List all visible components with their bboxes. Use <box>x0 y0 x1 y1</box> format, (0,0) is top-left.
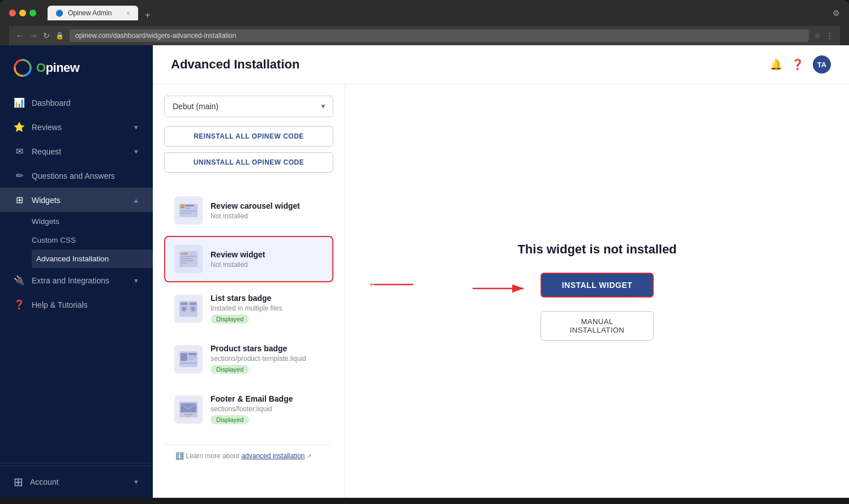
reviews-icon: ⭐ <box>14 122 25 132</box>
svg-point-25 <box>191 307 195 311</box>
close-traffic-light[interactable] <box>9 10 16 16</box>
widget-thumb-product-stars <box>174 345 203 373</box>
install-widget-btn[interactable]: INSTALL WIDGET <box>541 273 654 298</box>
widget-panel: Debut (main) Dawn Refresh ▼ REINSTALL AL… <box>153 84 345 498</box>
theme-selector[interactable]: Debut (main) Dawn Refresh ▼ <box>164 96 333 117</box>
sidebar-item-widgets-sub[interactable]: Widgets <box>32 212 153 231</box>
sidebar-item-reviews[interactable]: ⭐ Reviews ▼ <box>0 115 153 139</box>
widget-status-review-carousel: Not installed <box>211 212 323 220</box>
questions-icon: ✏ <box>14 170 25 181</box>
account-chevron-icon: ▼ <box>133 479 139 485</box>
sidebar-label-widgets: Widgets <box>32 196 126 205</box>
install-arrow <box>473 280 529 297</box>
widget-status-review-widget: Not installed <box>211 261 323 269</box>
user-avatar[interactable]: TA <box>813 55 831 74</box>
widget-info-footer-email: Footer & Email Badge sections/footer.liq… <box>211 394 323 424</box>
sidebar-divider <box>0 463 153 463</box>
not-installed-section: This widget is not installed <box>517 242 676 341</box>
back-button[interactable]: ← <box>16 31 24 40</box>
widget-name-review-carousel: Review carousel widget <box>211 201 323 210</box>
widget-status-product-stars: sections/product-template.liquid <box>211 355 323 363</box>
red-arrow-install <box>473 280 529 297</box>
svg-rect-3 <box>185 205 194 206</box>
widget-item-list-stars[interactable]: List stars badge Installed in multiple f… <box>164 285 333 333</box>
widget-item-review-carousel[interactable]: Review carousel widget Not installed <box>164 187 333 234</box>
sidebar-navigation: 📊 Dashboard ⭐ Reviews ▼ ✉ Request ▼ ✏ Qu… <box>0 86 153 460</box>
advanced-installation-link[interactable]: advanced installation <box>241 452 305 460</box>
svg-point-18 <box>185 253 186 255</box>
sidebar: Opinew 📊 Dashboard ⭐ Reviews ▼ ✉ Request… <box>0 45 153 498</box>
detail-panel: This widget is not installed <box>345 84 849 498</box>
sidebar-label-extra: Extra and Integrations <box>32 276 126 285</box>
widget-status-footer-email: sections/footer.liquid <box>211 405 323 413</box>
sidebar-item-request[interactable]: ✉ Request ▼ <box>0 139 153 163</box>
info-icon: ℹ️ <box>175 452 184 460</box>
sidebar-label-dashboard: Dashboard <box>32 98 139 107</box>
sidebar-item-questions[interactable]: ✏ Questions and Answers <box>0 163 153 188</box>
refresh-button[interactable]: ↻ <box>43 31 50 40</box>
sidebar-item-dashboard[interactable]: 📊 Dashboard <box>0 91 153 115</box>
svg-point-24 <box>182 307 186 311</box>
tab-label: Opinew Admin <box>68 9 112 17</box>
svg-rect-12 <box>181 256 196 257</box>
reviews-chevron-icon: ▼ <box>133 124 139 131</box>
widget-item-footer-email[interactable]: Footer & Email Badge sections/footer.liq… <box>164 385 333 433</box>
widget-item-product-stars[interactable]: Product stars badge sections/product-tem… <box>164 335 333 383</box>
svg-rect-13 <box>181 258 192 259</box>
not-installed-title: This widget is not installed <box>517 242 676 257</box>
widgets-chevron-icon: ▲ <box>133 197 139 204</box>
svg-rect-15 <box>181 262 187 264</box>
fullscreen-traffic-light[interactable] <box>29 10 36 16</box>
widget-thumb-footer-email <box>174 395 203 424</box>
svg-rect-14 <box>181 260 194 261</box>
logo-text: Opinew <box>36 61 79 75</box>
sidebar-label-help: Help & Tutorials <box>32 300 139 309</box>
request-icon: ✉ <box>14 146 25 157</box>
svg-point-8 <box>183 205 185 208</box>
reinstall-all-btn[interactable]: REINSTALL ALL OPINEW CODE <box>164 126 333 147</box>
sidebar-label-request: Request <box>32 147 126 156</box>
sidebar-item-help[interactable]: ❓ Help & Tutorials <box>0 292 153 317</box>
manual-installation-btn[interactable]: MANUAL INSTALLATION <box>541 311 654 341</box>
sidebar-label-account: Account <box>30 477 126 486</box>
footer-info: ℹ️ Learn more about advanced installatio… <box>164 445 333 467</box>
widget-item-review-widget[interactable]: Review widget Not installed <box>164 236 333 282</box>
svg-rect-5 <box>181 210 196 212</box>
tab-close-btn[interactable]: × <box>127 10 130 16</box>
widget-badge-list-stars: Displayed <box>211 315 249 324</box>
address-bar[interactable] <box>70 29 809 42</box>
request-chevron-icon: ▼ <box>133 148 139 155</box>
page-title: Advanced Installation <box>171 57 299 72</box>
svg-rect-34 <box>184 413 193 415</box>
widget-info-product-stars: Product stars badge sections/product-tem… <box>211 344 323 374</box>
notification-bell-icon[interactable]: 🔔 <box>770 58 782 71</box>
widget-info-review-widget: Review widget Not installed <box>211 250 323 269</box>
svg-rect-6 <box>181 213 192 214</box>
sidebar-item-advanced-installation[interactable]: Advanced Installation <box>32 249 153 268</box>
svg-rect-20 <box>181 303 187 305</box>
widget-badge-footer-email: Displayed <box>211 415 249 424</box>
svg-rect-31 <box>181 363 196 364</box>
widget-name-review-widget: Review widget <box>211 250 323 259</box>
theme-select-input[interactable]: Debut (main) Dawn Refresh <box>164 96 333 117</box>
svg-point-7 <box>181 205 183 208</box>
sidebar-item-extra[interactable]: 🔌 Extra and Integrations ▼ <box>0 268 153 292</box>
forward-button[interactable]: → <box>29 31 37 40</box>
sidebar-item-account[interactable]: ⊞ Account ▼ <box>0 466 153 498</box>
sidebar-label-questions: Questions and Answers <box>32 171 139 180</box>
widget-status-list-stars: Installed in multiple files <box>211 304 323 312</box>
sidebar-item-custom-css[interactable]: Custom CSS <box>32 231 153 249</box>
content-area: Debut (main) Dawn Refresh ▼ REINSTALL AL… <box>153 84 849 498</box>
widget-list: Review carousel widget Not installed <box>164 187 333 433</box>
help-circle-icon[interactable]: ❓ <box>791 58 804 71</box>
menu-dots-icon: ⋮ <box>826 32 833 40</box>
widget-thumb-list-stars <box>174 295 203 323</box>
sidebar-item-widgets[interactable]: ⊞ Widgets ▲ <box>0 188 153 212</box>
browser-tab-active[interactable]: 🔵 Opinew Admin × <box>48 6 138 20</box>
uninstall-all-btn[interactable]: UNINSTALL ALL OPINEW CODE <box>164 152 333 173</box>
widget-info-list-stars: List stars badge Installed in multiple f… <box>211 294 323 324</box>
bookmark-icon: ☆ <box>814 32 821 40</box>
new-tab-btn[interactable]: + <box>142 10 153 20</box>
minimize-traffic-light[interactable] <box>19 10 26 16</box>
widgets-icon: ⊞ <box>14 195 25 205</box>
